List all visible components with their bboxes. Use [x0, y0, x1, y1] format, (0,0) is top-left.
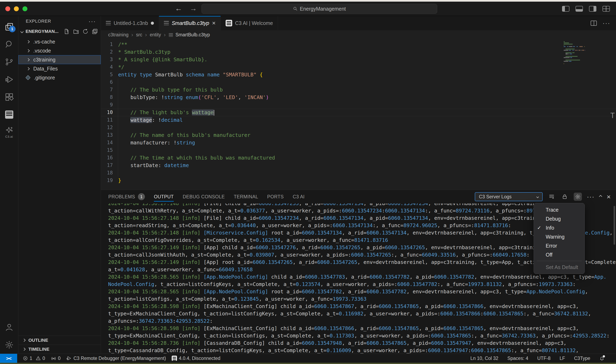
editor-more-actions-icon[interactable]: ··· — [603, 19, 610, 27]
explorer-more-actions-icon[interactable]: ··· — [89, 18, 96, 25]
sidebar-item-source-control[interactable] — [0, 53, 18, 71]
back-arrow-icon[interactable]: ← — [175, 4, 182, 13]
tab-untitled-1-c3nb[interactable]: Untitled-1.c3nb — [101, 16, 159, 30]
menu-item-off[interactable]: Off — [534, 250, 585, 259]
line-number: 15 — [101, 146, 115, 154]
new-folder-icon[interactable] — [73, 28, 79, 35]
status-item-utf-8[interactable]: UTF-8 — [537, 356, 551, 361]
sidebar-item-run-debug[interactable] — [0, 71, 18, 88]
breadcrumb-separator: › — [131, 32, 133, 38]
sidebar-item-search[interactable] — [0, 36, 18, 53]
maximize-panel-icon[interactable] — [600, 195, 602, 198]
customize-layout-icon[interactable] — [603, 6, 610, 12]
output-settings-button[interactable] — [574, 193, 582, 201]
code-line-7: 7 // The bulb type for this bulb — [101, 86, 616, 93]
new-file-icon[interactable] — [64, 28, 70, 35]
desktop-edge-bottom — [0, 363, 616, 364]
panel-more-actions-icon[interactable]: ··· — [587, 193, 595, 201]
workspace-section-header[interactable]: ENERGYMAN... — [18, 26, 101, 36]
accounts-button[interactable] — [0, 318, 18, 336]
menu-item-error[interactable]: Error — [534, 241, 585, 250]
close-window-button[interactable] — [5, 6, 10, 11]
sidebar-item-extensions[interactable] — [0, 88, 18, 106]
minimap[interactable] — [564, 41, 604, 64]
breadcrumb-file[interactable]: SmartBulb.c3typ — [175, 32, 210, 38]
menu-item-trace[interactable]: Trace — [534, 205, 585, 214]
settings-button[interactable] — [0, 336, 18, 354]
minimize-window-button[interactable] — [14, 6, 19, 11]
tab-c3-ai-welcome[interactable]: C3 AI | Welcome — [221, 16, 278, 30]
outline-section[interactable]: OUTLINE — [18, 336, 101, 345]
menu-item-info[interactable]: ✓Info — [534, 223, 585, 232]
status-item-c3type[interactable]: C3Type — [574, 356, 590, 361]
lock-icon — [562, 194, 568, 200]
line-number: 10 — [101, 109, 115, 116]
breadcrumb-item-src[interactable]: src — [136, 32, 142, 38]
file-item-c3training[interactable]: c3training — [18, 55, 101, 64]
panel-tab-label: PORTS — [267, 194, 284, 200]
modified-dot-icon[interactable] — [151, 22, 154, 25]
log-scrollbar-thumb[interactable] — [614, 206, 615, 245]
file-item-vs-cache[interactable]: .vs-cache — [18, 37, 101, 46]
sidebar-item-c3[interactable] — [0, 106, 18, 123]
remote-indicator[interactable]: >< — [0, 354, 17, 363]
notification-dot — [603, 355, 605, 357]
panel-tab-problems[interactable]: PROBLEMS1 — [104, 190, 149, 203]
file-item-vscode[interactable]: .vscode — [18, 46, 101, 55]
toggle-panel-icon[interactable] — [576, 6, 583, 12]
log-line-10: 2024-10-04 15:56:28.565 [info] [App.Node… — [108, 273, 616, 281]
panel-tab-ports[interactable]: PORTS — [263, 190, 288, 203]
log-level-menu: TraceDebug✓InfoWarningErrorOffSet As Def… — [534, 203, 585, 274]
breadcrumb-item-entity[interactable]: entity — [150, 32, 161, 38]
close-panel-icon[interactable]: × — [607, 193, 611, 200]
panel-tab-output[interactable]: OUTPUT — [149, 190, 178, 203]
breadcrumb-item-c3training[interactable]: c3training — [108, 32, 129, 38]
status-item-ln-10-col-32[interactable]: Ln 10, Col 32 — [470, 356, 498, 361]
zoom-window-button[interactable] — [23, 6, 27, 11]
file-icon — [106, 21, 111, 25]
output-channel-select[interactable]: C3 Server Logs — [475, 192, 543, 201]
panel-tab-debug-console[interactable]: DEBUG CONSOLE — [178, 190, 229, 203]
sidebar-item-explorer[interactable]: 1 — [0, 18, 18, 36]
sidebar-item-c3-ai[interactable]: C3.ai — [0, 123, 18, 141]
panel-tab-c3-ai[interactable]: C3 AI — [288, 190, 309, 203]
activity-bar: 1 C3.ai — [0, 16, 18, 354]
chevron-right-icon — [27, 40, 30, 43]
overview-ruler-marker: T — [610, 111, 615, 120]
breadcrumb[interactable]: c3training›src›entity›SmartBulb.c3typ — [101, 30, 616, 39]
lock-scroll-button[interactable] — [561, 193, 569, 201]
status-item-spaces-4[interactable]: Spaces: 4 — [507, 356, 528, 361]
timeline-label: TIMELINE — [28, 347, 50, 352]
file-item-data-files[interactable]: Data_Files — [18, 64, 101, 73]
toggle-left-sidebar-icon[interactable] — [562, 6, 569, 12]
tab-smartbulb-c3typ[interactable]: SmartBulb.c3typ× — [159, 16, 221, 30]
ports-status[interactable]: 0 — [51, 356, 61, 361]
debugger-status[interactable]: C3 Remote Debugger (EnergyManagement) — [66, 356, 166, 361]
code-editor[interactable]: 1/**2* SmartBulb.c3typ3* A single {@link… — [101, 39, 616, 190]
line-number: 19 — [101, 177, 115, 184]
clear-output-button[interactable] — [548, 193, 556, 201]
panel-tab-terminal[interactable]: TERMINAL — [229, 190, 263, 203]
checkmark-icon: ✓ — [537, 225, 541, 231]
menu-item-debug[interactable]: Debug — [534, 214, 585, 223]
code-line-13: 13 // The name of this bulb's manufactur… — [101, 131, 616, 139]
split-editor-icon[interactable] — [591, 21, 597, 26]
problems-status[interactable]: 1 0 — [23, 356, 45, 361]
timeline-section[interactable]: TIMELINE — [18, 345, 101, 354]
c3-version-status[interactable]: 4.0.4, Disconnected — [172, 356, 220, 361]
collapse-all-icon[interactable] — [92, 28, 98, 35]
code-line-17: 17 startDate: datetime — [101, 162, 616, 169]
notifications-bell[interactable] — [599, 356, 604, 361]
forward-arrow-icon[interactable]: → — [190, 4, 197, 13]
command-center-search[interactable]: EnergyManagement — [201, 4, 437, 14]
toggle-right-sidebar-icon[interactable] — [589, 6, 596, 12]
run-and-debug-icon — [5, 75, 14, 84]
file-item-gitignore[interactable]: .gitignore — [18, 73, 101, 82]
outline-label: OUTLINE — [28, 338, 48, 343]
status-item-lf[interactable]: LF — [560, 356, 565, 361]
close-tab-icon[interactable]: × — [212, 20, 216, 26]
menu-item-label: Error — [546, 243, 557, 249]
file-label: c3training — [33, 57, 55, 63]
menu-item-warning[interactable]: Warning — [534, 232, 585, 241]
refresh-icon[interactable] — [82, 28, 89, 35]
